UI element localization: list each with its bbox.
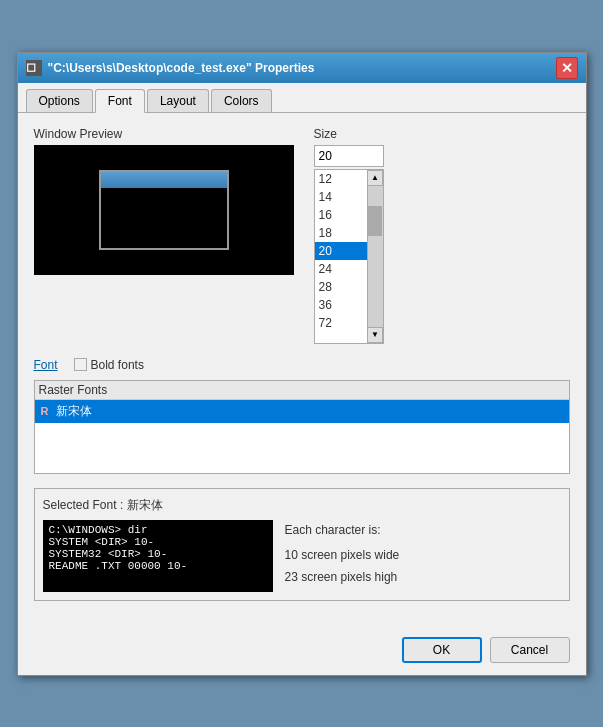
size-scrollbar: ▲ ▼ xyxy=(367,170,383,343)
tab-colors[interactable]: Colors xyxy=(211,89,272,112)
font-list-box: Raster Fonts R 新宋体 xyxy=(34,380,570,474)
size-item-14[interactable]: 14 xyxy=(315,188,367,206)
font-list-header: Raster Fonts xyxy=(35,381,569,400)
title-bar: ◻ "C:\Users\s\Desktop\code_test.exe" Pro… xyxy=(18,53,586,83)
font-bold-row: Font Bold fonts xyxy=(34,358,570,372)
char-width-info: 10 screen pixels wide xyxy=(285,545,400,567)
preview-size-section: Window Preview Size 12 14 16 18 xyxy=(34,127,570,344)
size-item-20[interactable]: 20 xyxy=(315,242,367,260)
size-item-72[interactable]: 72 xyxy=(315,314,367,332)
raster-font-icon: R xyxy=(41,405,49,417)
bottom-buttons: OK Cancel xyxy=(18,629,586,675)
close-button[interactable]: ✕ xyxy=(556,57,578,79)
preview-titlebar xyxy=(101,172,227,188)
tab-layout[interactable]: Layout xyxy=(147,89,209,112)
scroll-up-button[interactable]: ▲ xyxy=(367,170,383,186)
size-item-24[interactable]: 24 xyxy=(315,260,367,278)
selected-font-label: Selected Font : 新宋体 xyxy=(43,497,561,514)
cancel-button[interactable]: Cancel xyxy=(490,637,570,663)
selected-font-section: Selected Font : 新宋体 C:\WINDOWS> dir SYST… xyxy=(34,488,570,601)
tab-bar: Options Font Layout Colors xyxy=(18,83,586,113)
preview-box: Window Preview xyxy=(34,127,294,344)
scroll-track[interactable] xyxy=(368,186,383,327)
font-link[interactable]: Font xyxy=(34,358,58,372)
size-item-28[interactable]: 28 xyxy=(315,278,367,296)
selected-font-content: C:\WINDOWS> dir SYSTEM <DIR> 10- SYSTEM3… xyxy=(43,520,561,592)
terminal-line-3: SYSTEM32 <DIR> 10- xyxy=(49,548,267,560)
scroll-down-button[interactable]: ▼ xyxy=(367,327,383,343)
bold-fonts-checkbox[interactable] xyxy=(74,358,87,371)
size-item-18[interactable]: 18 xyxy=(315,224,367,242)
terminal-line-2: SYSTEM <DIR> 10- xyxy=(49,536,267,548)
font-list-empty xyxy=(35,423,569,473)
size-label: Size xyxy=(314,127,570,141)
preview-inner-window xyxy=(99,170,229,250)
window-icon: ◻ xyxy=(26,60,42,76)
size-list: 12 14 16 18 20 24 28 36 72 xyxy=(315,170,367,343)
scroll-thumb xyxy=(368,206,382,236)
size-list-container: 12 14 16 18 20 24 28 36 72 ▲ xyxy=(314,169,384,344)
tab-content: Window Preview Size 12 14 16 18 xyxy=(18,113,586,629)
char-info-title: Each character is: xyxy=(285,520,400,542)
window-title: "C:\Users\s\Desktop\code_test.exe" Prope… xyxy=(48,61,556,75)
font-info: Each character is: 10 screen pixels wide… xyxy=(285,520,400,592)
size-item-16[interactable]: 16 xyxy=(315,206,367,224)
bold-fonts-text: Bold fonts xyxy=(91,358,144,372)
font-name: 新宋体 xyxy=(56,404,92,418)
size-item-12[interactable]: 12 xyxy=(315,170,367,188)
font-list-item-xinsung[interactable]: R 新宋体 xyxy=(35,400,569,423)
preview-label: Window Preview xyxy=(34,127,294,141)
tab-font[interactable]: Font xyxy=(95,89,145,113)
size-input[interactable] xyxy=(314,145,384,167)
preview-canvas xyxy=(34,145,294,275)
terminal-line-4: README .TXT 00000 10- xyxy=(49,560,267,572)
bold-fonts-label[interactable]: Bold fonts xyxy=(74,358,144,372)
properties-window: ◻ "C:\Users\s\Desktop\code_test.exe" Pro… xyxy=(17,52,587,676)
char-height-info: 23 screen pixels high xyxy=(285,567,400,589)
size-item-36[interactable]: 36 xyxy=(315,296,367,314)
tab-options[interactable]: Options xyxy=(26,89,93,112)
font-preview-terminal: C:\WINDOWS> dir SYSTEM <DIR> 10- SYSTEM3… xyxy=(43,520,273,592)
ok-button[interactable]: OK xyxy=(402,637,482,663)
terminal-line-1: C:\WINDOWS> dir xyxy=(49,524,267,536)
size-section: Size 12 14 16 18 20 24 28 36 72 xyxy=(314,127,570,344)
